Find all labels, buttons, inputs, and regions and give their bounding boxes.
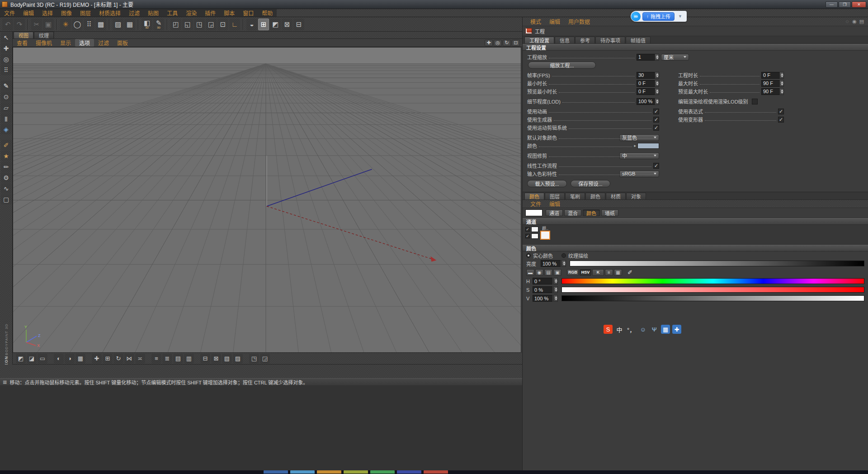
section-project-settings[interactable]: 工程设置 xyxy=(523,44,868,51)
hue-input[interactable]: 0 ° xyxy=(533,278,552,284)
workplane-icon[interactable]: ▧ xyxy=(222,354,232,364)
mixer-icon[interactable]: ≡ xyxy=(605,269,613,276)
paint-brush-tool[interactable]: ✎ xyxy=(1,81,12,91)
expand-icon[interactable]: ▸ xyxy=(634,143,636,148)
hsv-mode-button[interactable]: HSV xyxy=(580,269,591,276)
taskbar-app[interactable] xyxy=(344,470,368,474)
menu-tools[interactable]: 工具 xyxy=(163,9,182,17)
channel-thumbnail[interactable] xyxy=(531,227,538,232)
menu-script[interactable]: 脚本 xyxy=(220,9,239,17)
cube-wire-b-icon[interactable]: ⊠ xyxy=(282,19,292,30)
isoline-icon[interactable]: ▨ xyxy=(233,354,243,364)
snap-icon[interactable]: ⊟ xyxy=(200,354,210,364)
menu-plugins[interactable]: 插件 xyxy=(201,9,220,17)
linear-workflow-checkbox[interactable]: ✓ xyxy=(653,163,659,169)
channel-visibility-checkbox[interactable]: ✓ xyxy=(525,234,530,238)
sphere-checker-icon[interactable]: ◒ xyxy=(246,19,257,30)
tab-todo[interactable]: 待办事项 xyxy=(595,37,625,43)
maximize-button[interactable]: ❐ xyxy=(839,1,851,8)
input-color-profile-dropdown[interactable]: sRGB xyxy=(619,171,659,177)
load-preset-button[interactable]: 载入预设... xyxy=(527,180,567,187)
compact-ui-icon[interactable]: ▬ xyxy=(526,269,534,276)
section-channels[interactable]: 通道 xyxy=(523,218,868,225)
menu-material-select[interactable]: 材质选择 xyxy=(95,9,125,17)
taskbar-app[interactable] xyxy=(397,470,421,474)
copy-icon[interactable]: ▣ xyxy=(43,19,54,30)
lock-axis-icon[interactable]: ⊠ xyxy=(211,354,221,364)
angle-ruler-icon[interactable]: ∟ xyxy=(229,19,240,30)
magnet-icon[interactable]: ◲ xyxy=(260,354,270,364)
menu-image[interactable]: 图像 xyxy=(57,9,76,17)
tab-brushes[interactable]: 笔刷 xyxy=(565,193,585,199)
menu-filter[interactable]: 过滤 xyxy=(125,9,144,17)
search-icon[interactable]: ◌ xyxy=(844,19,851,24)
mirror-h-icon[interactable]: ⋈ xyxy=(124,354,134,364)
cube-wire-a-icon[interactable]: ◩ xyxy=(270,19,281,30)
mirror-v-icon[interactable]: ≍ xyxy=(135,354,145,364)
use-motion-system-checkbox[interactable]: ✓ xyxy=(653,125,659,131)
k-mode-button[interactable]: K xyxy=(592,269,604,276)
value-input[interactable]: 100 % xyxy=(533,295,552,302)
film-frame-icon[interactable]: ▭ xyxy=(38,354,47,364)
project-scale-stepper[interactable] xyxy=(655,54,659,61)
layout-icon[interactable]: ▤ xyxy=(858,19,865,24)
undo-icon[interactable]: ↶ xyxy=(2,19,13,30)
cube-mapping-icon[interactable]: ⊞ xyxy=(258,19,269,30)
am-menu-user-data[interactable]: 用户数据 xyxy=(564,17,594,26)
mode-blend-button[interactable]: 混合 xyxy=(564,209,581,216)
max-time-stepper[interactable] xyxy=(779,80,784,87)
value-slider[interactable] xyxy=(561,295,864,301)
fps-stepper[interactable] xyxy=(655,72,659,79)
viewport-3d[interactable]: Y Z X xyxy=(13,47,521,353)
tab-layers[interactable]: 图层 xyxy=(545,193,565,199)
mask-select-tool[interactable]: ⠿ xyxy=(1,65,12,75)
light-toggle-icon[interactable]: ◐ xyxy=(54,354,64,364)
prev-frame-icon[interactable]: ◩ xyxy=(16,354,26,364)
tab-reference[interactable]: 参考 xyxy=(575,37,595,43)
dither-pattern-icon[interactable]: ▩ xyxy=(95,19,106,30)
channel-visibility-checkbox[interactable]: ✓ xyxy=(525,227,530,232)
eraser-tool[interactable]: ▱ xyxy=(1,102,12,113)
saturation-slider[interactable] xyxy=(561,287,864,293)
zoom-view-icon[interactable]: ◎ xyxy=(494,40,502,46)
tab-info[interactable]: 信息 xyxy=(555,37,575,43)
taskbar-app[interactable] xyxy=(370,470,395,474)
vp-menu-cameras[interactable]: 摄像机 xyxy=(32,39,56,47)
rotate-mode-icon[interactable]: ↻ xyxy=(113,354,123,364)
default-color-swatch[interactable] xyxy=(637,143,659,149)
current-color-swatch[interactable] xyxy=(525,209,542,216)
use-animation-checkbox[interactable]: ✓ xyxy=(653,109,659,114)
lod-stepper[interactable] xyxy=(655,98,659,105)
cube-front-projection-icon[interactable]: ◱ xyxy=(182,19,193,30)
solid-color-radio[interactable] xyxy=(526,253,531,258)
grid-toggle-icon[interactable]: ▦ xyxy=(75,354,85,364)
rgb-mode-button[interactable]: RGB xyxy=(567,269,579,276)
hue-stepper[interactable] xyxy=(553,278,558,284)
drag-upload-button[interactable]: ↑ 拖拽上传 xyxy=(642,12,675,21)
lock-icon[interactable]: ◉ xyxy=(851,19,858,24)
project-time-input[interactable]: 0 F xyxy=(761,72,779,79)
texture-paint-radio[interactable] xyxy=(561,253,566,258)
vp-menu-panel[interactable]: 面板 xyxy=(113,39,132,47)
use-expressions-checkbox[interactable]: ✓ xyxy=(778,109,784,114)
palette-handle[interactable] xyxy=(523,17,526,26)
min-time-input[interactable]: 0 F xyxy=(637,80,655,87)
rotate-view-icon[interactable]: ↻ xyxy=(503,40,511,46)
brightness-slider[interactable] xyxy=(570,261,864,266)
star-shape-tool[interactable]: ★ xyxy=(1,151,12,161)
image-color-icon[interactable]: ▣ xyxy=(553,269,561,276)
move-tool[interactable]: ✚ xyxy=(1,43,12,53)
saturation-input[interactable]: 0 % xyxy=(533,286,552,293)
channel-item[interactable]: ✓ xyxy=(525,227,538,232)
project-time-stepper[interactable] xyxy=(779,72,784,79)
menu-help[interactable]: 帮助 xyxy=(258,9,277,17)
next-frame-icon[interactable]: ◪ xyxy=(27,354,37,364)
max-time-input[interactable]: 90 F xyxy=(761,80,779,87)
save-preset-button[interactable]: 保存预设... xyxy=(571,180,610,187)
ring-select-icon[interactable]: ◯ xyxy=(72,19,83,30)
pan-view-icon[interactable]: ✚ xyxy=(485,40,493,46)
stamp-icon[interactable]: ▥ xyxy=(184,354,194,364)
toolbox-icon[interactable]: ✚ xyxy=(672,325,681,334)
vp-menu-display[interactable]: 显示 xyxy=(56,39,75,47)
palette-handle[interactable] xyxy=(523,200,526,208)
